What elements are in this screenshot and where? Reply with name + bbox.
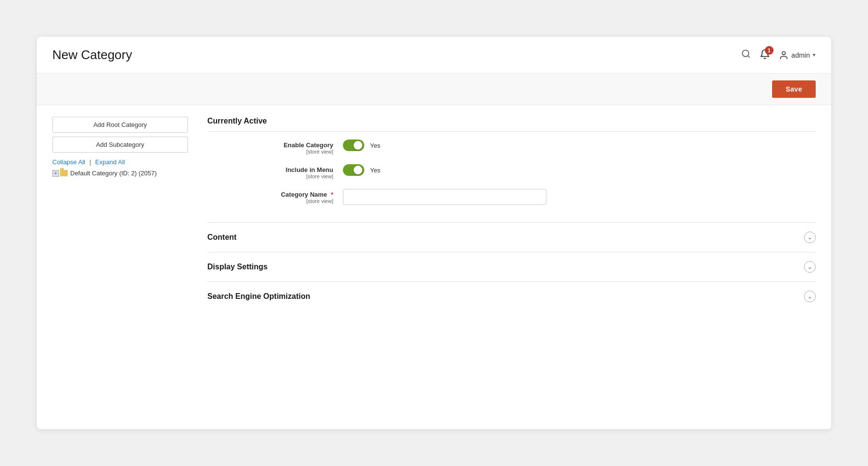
include-in-menu-toggle[interactable] [343, 164, 364, 176]
include-in-menu-control: Yes [343, 164, 777, 176]
user-menu[interactable]: admin ▾ [779, 50, 816, 60]
collapse-all-link[interactable]: Collapse All [52, 158, 85, 166]
page-title: New Category [52, 47, 132, 62]
svg-point-2 [782, 51, 786, 55]
search-button[interactable] [741, 49, 751, 61]
add-subcategory-button[interactable]: Add Subcategory [52, 137, 188, 153]
display-settings-section: Display Settings ⌄ [207, 252, 816, 281]
main-form: Currently Active Enable Category [store … [207, 117, 816, 311]
header-actions: 1 admin ▾ [741, 49, 816, 61]
display-settings-section-chevron: ⌄ [804, 261, 816, 273]
display-settings-section-title: Display Settings [207, 263, 267, 271]
content-section-chevron: ⌄ [804, 232, 816, 243]
page-header: New Category 1 admin ▾ [37, 37, 831, 74]
seo-section-chevron: ⌄ [804, 291, 816, 302]
content-area: Add Root Category Add Subcategory Collap… [37, 105, 831, 323]
currently-active-section-header: Currently Active [207, 117, 816, 132]
include-in-menu-row: Include in Menu [store view] Yes [207, 164, 816, 179]
toggle-track-2 [343, 164, 364, 176]
toggle-track [343, 140, 364, 151]
folder-icon [60, 170, 68, 176]
category-name-label-group: Category Name * [store view] [246, 189, 343, 204]
tree-expand-icons: + [52, 170, 68, 177]
form-fields: Enable Category [store view] Yes [207, 132, 816, 222]
enable-category-label: Enable Category [246, 141, 333, 149]
toggle-thumb [354, 141, 362, 150]
include-in-menu-label-group: Include in Menu [store view] [246, 164, 343, 179]
tree-separator: | [90, 158, 91, 166]
tree-item-label: Default Category (ID: 2) (2057) [70, 170, 156, 177]
display-settings-section-header[interactable]: Display Settings ⌄ [207, 261, 816, 273]
category-name-input[interactable] [343, 189, 546, 205]
seo-section: Search Engine Optimization ⌄ [207, 281, 816, 311]
tree-expand-toggle[interactable]: + [52, 170, 59, 177]
category-name-sublabel: [store view] [246, 198, 333, 204]
category-name-label: Category Name * [246, 191, 333, 198]
content-section: Content ⌄ [207, 222, 816, 252]
content-section-header[interactable]: Content ⌄ [207, 232, 816, 243]
seo-section-title: Search Engine Optimization [207, 292, 310, 301]
enable-category-toggle[interactable] [343, 140, 364, 151]
sidebar: Add Root Category Add Subcategory Collap… [52, 117, 188, 311]
enable-category-control: Yes [343, 140, 777, 151]
notifications-bell[interactable]: 1 [760, 49, 770, 61]
toggle-thumb-2 [354, 166, 362, 174]
required-star: * [331, 191, 333, 198]
category-name-control [343, 189, 777, 205]
chevron-down-icon: ▾ [813, 52, 816, 58]
enable-category-row: Enable Category [store view] Yes [207, 140, 816, 155]
include-in-menu-sublabel: [store view] [246, 173, 333, 179]
save-button[interactable]: Save [772, 80, 816, 98]
search-icon [741, 49, 751, 59]
user-icon [779, 50, 789, 60]
enable-category-sublabel: [store view] [246, 149, 333, 155]
main-card: New Category 1 admin ▾ [37, 37, 831, 429]
add-root-category-button[interactable]: Add Root Category [52, 117, 188, 133]
include-in-menu-label: Include in Menu [246, 166, 333, 173]
include-in-menu-value: Yes [370, 167, 380, 174]
tree-item: + Default Category (ID: 2) (2057) [52, 170, 188, 177]
seo-section-header[interactable]: Search Engine Optimization ⌄ [207, 291, 816, 302]
svg-line-1 [748, 56, 750, 58]
toolbar: Save [37, 74, 831, 105]
enable-category-label-group: Enable Category [store view] [246, 140, 343, 155]
user-name-label: admin [791, 51, 810, 59]
enable-category-value: Yes [370, 142, 380, 149]
tree-links: Collapse All | Expand All [52, 158, 188, 166]
category-name-row: Category Name * [store view] [207, 189, 816, 205]
notification-badge: 1 [765, 46, 774, 55]
content-section-title: Content [207, 233, 236, 242]
expand-all-link[interactable]: Expand All [95, 158, 125, 166]
